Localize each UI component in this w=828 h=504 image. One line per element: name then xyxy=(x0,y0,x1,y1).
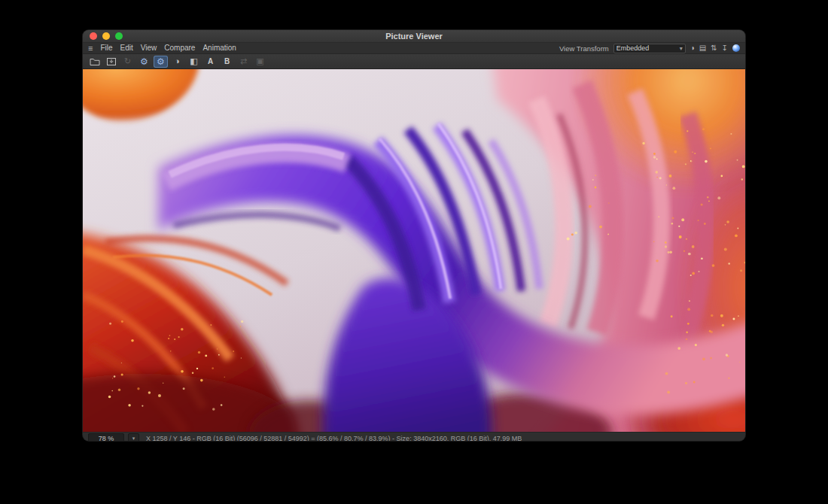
save-icon xyxy=(106,57,117,66)
open-file-button[interactable] xyxy=(87,56,102,68)
minimize-button[interactable] xyxy=(102,32,110,40)
gear-icon: ⚙ xyxy=(157,57,165,66)
save-image-button[interactable] xyxy=(104,56,118,68)
image-viewport[interactable] xyxy=(83,69,745,432)
menu-compare[interactable]: Compare xyxy=(164,43,195,53)
compare-a-button[interactable]: A xyxy=(203,56,218,68)
folder-icon xyxy=(90,57,100,66)
close-button[interactable] xyxy=(90,32,97,40)
menu-animation[interactable]: Animation xyxy=(202,43,236,53)
titlebar[interactable]: Picture Viewer xyxy=(83,30,745,43)
render-sphere-icon[interactable] xyxy=(732,44,740,52)
split-view-icon: ◧ xyxy=(190,57,197,65)
traffic-lights xyxy=(90,32,123,40)
toolbar: ↻ ⚙ ⚙ ◑ ◧ A B ⇄ ▣ xyxy=(83,54,745,69)
swap-ab-button[interactable]: ⇄ xyxy=(236,56,251,68)
menu-file[interactable]: File xyxy=(100,43,112,53)
zoom-level[interactable]: 78 % xyxy=(88,433,124,441)
hamburger-menu-icon[interactable]: ≡ xyxy=(88,44,93,53)
status-bar: 78 % ▾ X 1258 / Y 146 - RGB (16 Bit) (56… xyxy=(83,432,745,441)
download-icon[interactable]: ↧ xyxy=(722,44,728,52)
grid-icon: ▣ xyxy=(256,57,263,65)
view-transform-label: View Transform xyxy=(559,44,609,53)
view-mode-icon[interactable]: ◑ xyxy=(690,44,695,52)
chevron-down-icon: ▾ xyxy=(132,436,135,442)
contrast-icon: ◑ xyxy=(175,57,180,65)
split-view-button[interactable]: ◧ xyxy=(187,56,201,68)
compare-b-button[interactable]: B xyxy=(220,56,234,68)
menu-view[interactable]: View xyxy=(141,43,157,53)
desktop-background: Picture Viewer ≡ File Edit View Compare … xyxy=(0,0,828,504)
zoom-window-button[interactable] xyxy=(115,32,123,40)
grid-compare-button[interactable]: ▣ xyxy=(253,56,267,68)
window-title: Picture Viewer xyxy=(83,32,745,41)
settings-gear-button[interactable]: ⚙ xyxy=(137,56,151,68)
zoom-value: 78 % xyxy=(99,435,114,442)
menubar-right-group: View Transform Embedded ▾ ◑ ▤ ⇅ ↧ xyxy=(559,44,740,53)
status-info: X 1258 / Y 146 - RGB (16 Bit) (56096 / 5… xyxy=(146,435,522,442)
menu-edit[interactable]: Edit xyxy=(120,43,133,53)
swap-icon: ⇄ xyxy=(240,57,247,65)
view-transform-value: Embedded xyxy=(616,44,650,52)
filter-gear-button[interactable]: ⚙ xyxy=(154,56,168,68)
view-transform-dropdown[interactable]: Embedded ▾ xyxy=(613,44,686,53)
reload-button[interactable]: ↻ xyxy=(120,56,135,68)
artwork-image xyxy=(83,69,745,432)
reorder-icon[interactable]: ⇅ xyxy=(711,44,717,52)
menu-bar: ≡ File Edit View Compare Animation View … xyxy=(83,43,745,54)
zoom-dropdown-button[interactable]: ▾ xyxy=(128,433,139,441)
chevron-down-icon: ▾ xyxy=(680,45,683,52)
reload-icon: ↻ xyxy=(124,57,131,65)
contrast-button[interactable]: ◑ xyxy=(170,56,184,68)
gear-icon: ⚙ xyxy=(140,57,148,66)
picture-viewer-window: Picture Viewer ≡ File Edit View Compare … xyxy=(83,30,745,441)
layout-icon[interactable]: ▤ xyxy=(699,44,706,52)
